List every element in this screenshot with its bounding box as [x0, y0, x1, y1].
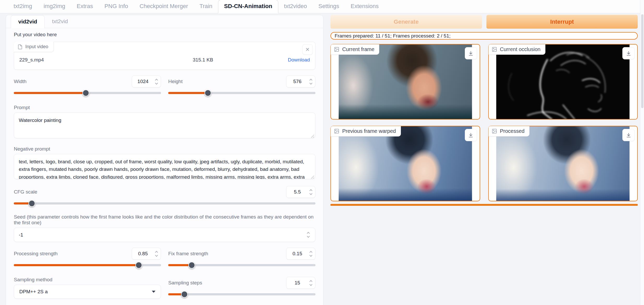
download-icon	[468, 132, 474, 138]
tab-png-info[interactable]: PNG Info	[99, 0, 134, 13]
scrollbar-thumb[interactable]	[641, 14, 643, 108]
image-icon	[334, 47, 339, 52]
settings-panel: vid2vid txt2vid Put your video here Inpu…	[6, 15, 323, 305]
tab-extras[interactable]: Extras	[71, 0, 99, 13]
sampling-steps-label: Sampling steps	[168, 280, 202, 286]
seed-stepper[interactable]	[306, 232, 312, 237]
tab-img2img[interactable]: img2img	[38, 0, 71, 13]
fix-frame-strength-label: Fix frame strength	[168, 251, 208, 257]
current-occlusion-panel: Current occlusion	[488, 44, 638, 120]
cfg-scale-value: 5.5	[286, 189, 308, 195]
tab-checkpoint-merger[interactable]: Checkpoint Merger	[134, 0, 194, 13]
height-value: 576	[286, 79, 308, 84]
video-hint-label: Put your video here	[14, 32, 315, 38]
panel-label: Current occlusion	[500, 46, 541, 52]
sampling-steps-input[interactable]: 15	[286, 277, 315, 289]
tab-settings[interactable]: Settings	[313, 0, 345, 13]
sampling-method-value: DPM++ 2S a	[19, 289, 152, 295]
fix-frame-strength-input[interactable]: 0.15	[286, 248, 315, 260]
previous-frame-warped-panel: Previous frame warped	[330, 126, 480, 201]
fix-frame-strength-stepper[interactable]	[308, 251, 315, 256]
width-input[interactable]: 1024	[132, 76, 161, 88]
tab-txt2video[interactable]: txt2video	[278, 0, 313, 13]
resize-grip-icon[interactable]	[311, 134, 314, 138]
panel-label-badge: Current occlusion	[489, 44, 546, 55]
processing-strength-label: Processing strength	[14, 251, 58, 257]
file-size: 315.1 KB	[118, 57, 288, 63]
file-icon	[17, 44, 23, 49]
height-slider[interactable]	[168, 89, 315, 97]
download-frame-button[interactable]	[465, 47, 477, 59]
download-icon	[468, 51, 474, 56]
panel-label-badge: Current frame	[331, 44, 379, 55]
prompt-label: Prompt	[14, 105, 315, 110]
tab-extensions[interactable]: Extensions	[345, 0, 384, 13]
seed-value: -1	[19, 232, 306, 238]
width-stepper[interactable]	[154, 79, 161, 84]
interrupt-button[interactable]: Interrupt	[486, 15, 638, 29]
image-icon	[334, 128, 339, 134]
processing-strength-slider[interactable]	[14, 261, 161, 269]
height-stepper[interactable]	[308, 79, 315, 84]
frames-grid: Current frame	[330, 44, 638, 201]
clear-video-button[interactable]: ✕	[302, 44, 313, 55]
processed-image[interactable]	[496, 126, 630, 201]
sampling-method-label: Sampling method	[14, 277, 161, 283]
negative-prompt-label: Negative prompt	[14, 146, 315, 152]
page-scrollbar[interactable]	[640, 0, 644, 305]
image-icon	[492, 47, 497, 52]
input-video-badge: Input video	[14, 42, 54, 52]
cfg-stepper[interactable]	[308, 190, 315, 195]
download-processed-button[interactable]	[622, 129, 635, 141]
main-tab-bar: txt2img img2img Extras PNG Info Checkpoi…	[0, 0, 644, 13]
download-warped-button[interactable]	[465, 129, 477, 141]
sampling-steps-slider[interactable]	[168, 290, 315, 298]
sampling-method-dropdown[interactable]: DPM++ 2S a	[14, 285, 161, 299]
width-slider[interactable]	[14, 89, 161, 97]
panel-label-badge: Previous frame warped	[331, 126, 401, 136]
cfg-scale-slider[interactable]	[14, 200, 315, 207]
processing-strength-stepper[interactable]	[154, 251, 161, 256]
tab-txt2img[interactable]: txt2img	[8, 0, 38, 13]
current-frame-panel: Current frame	[330, 44, 480, 120]
current-frame-image[interactable]	[339, 45, 472, 119]
negative-prompt-textarea[interactable]: text, letters, logo, brand, close up, cr…	[14, 154, 315, 179]
fix-frame-strength-slider[interactable]	[168, 261, 315, 269]
seed-label: Seed (this parameter controls how the fi…	[14, 214, 315, 226]
input-video-badge-label: Input video	[25, 44, 48, 49]
download-occlusion-button[interactable]	[622, 47, 635, 59]
panel-label-badge: Processed	[489, 126, 530, 136]
cfg-slider-thumb[interactable]	[28, 200, 35, 207]
seed-input[interactable]: -1	[14, 228, 315, 242]
progress-status-text: Frames prepared: 11 / 51; Frames process…	[335, 33, 450, 39]
mode-tab-bar: vid2vid txt2vid	[6, 15, 323, 28]
download-icon	[626, 51, 631, 56]
resize-grip-icon[interactable]	[311, 175, 314, 179]
tab-vid2vid[interactable]: vid2vid	[11, 15, 45, 28]
sampling-steps-stepper[interactable]	[308, 281, 315, 285]
output-panel: Generate Interrupt Frames prepared: 11 /…	[330, 15, 638, 206]
generate-button[interactable]: Generate	[330, 15, 482, 29]
previous-frame-warped-image[interactable]	[339, 126, 472, 201]
tab-train[interactable]: Train	[194, 0, 218, 13]
height-input[interactable]: 576	[286, 76, 315, 88]
width-slider-thumb[interactable]	[82, 90, 89, 96]
file-row: 229_s.mp4 315.1 KB Download	[14, 57, 315, 63]
input-video-block: Input video ✕ 229_s.mp4 315.1 KB Downloa…	[14, 42, 315, 70]
processing-strength-input[interactable]: 0.85	[132, 248, 161, 260]
file-name: 229_s.mp4	[19, 57, 118, 63]
panel-label: Previous frame warped	[342, 128, 396, 134]
width-value: 1024	[132, 79, 154, 84]
cfg-scale-input[interactable]: 5.5	[286, 186, 315, 198]
height-label: Height	[168, 79, 183, 84]
height-slider-thumb[interactable]	[204, 90, 211, 96]
current-occlusion-image[interactable]	[496, 45, 630, 119]
progress-status-bar: Frames prepared: 11 / 51; Frames process…	[330, 32, 638, 40]
download-icon	[626, 132, 631, 138]
download-link[interactable]: Download	[288, 57, 310, 63]
tab-sd-cn-animation[interactable]: SD-CN-Animation	[218, 0, 278, 13]
processed-panel: Processed	[488, 126, 638, 201]
prompt-textarea[interactable]: Watercolor painting	[14, 113, 315, 138]
tab-txt2vid[interactable]: txt2vid	[45, 15, 75, 28]
generation-progress-bar	[330, 204, 638, 206]
